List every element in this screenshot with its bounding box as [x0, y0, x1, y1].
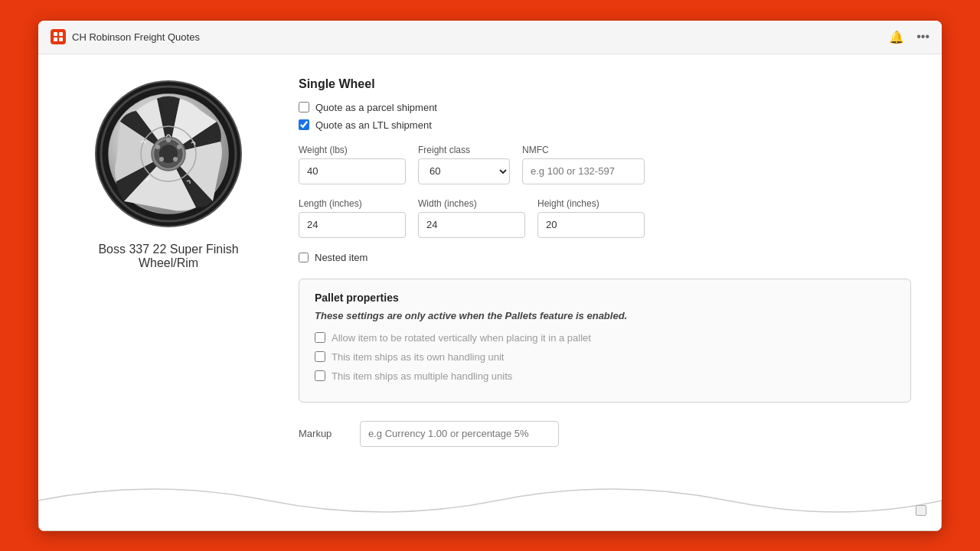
- bottom-scroll-area: [38, 470, 942, 531]
- product-image: [92, 77, 245, 230]
- pallet-option-1: Allow item to be rotated vertically when…: [315, 332, 895, 344]
- pallet-checkbox-3[interactable]: [315, 370, 325, 381]
- nested-label: Nested item: [315, 252, 368, 263]
- product-name: Boss 337 22 Super Finish Wheel/Rim: [69, 243, 268, 270]
- ltl-label: Quote as an LTL shipment: [315, 119, 432, 131]
- parcel-checkbox-row: Quote as a parcel shipment: [299, 102, 911, 113]
- nmfc-label: NMFC: [522, 145, 645, 155]
- svg-point-13: [173, 157, 178, 161]
- weight-input[interactable]: [299, 158, 406, 184]
- pallet-option-label-1: Allow item to be rotated vertically when…: [332, 332, 591, 344]
- freight-class-label: Freight class: [418, 145, 510, 155]
- pallet-subtitle: These settings are only active when the …: [315, 310, 895, 321]
- svg-point-15: [155, 145, 160, 149]
- svg-rect-3: [59, 37, 63, 41]
- nested-row: Nested item: [299, 252, 911, 263]
- browser-title: CH Robinson Freight Quotes: [72, 31, 889, 43]
- browser-toolbar: CH Robinson Freight Quotes 🔔 •••: [38, 21, 942, 54]
- svg-point-12: [177, 145, 181, 149]
- pallet-option-3: This item ships as multiple handling uni…: [315, 370, 895, 382]
- weight-label: Weight (lbs): [299, 145, 406, 155]
- height-label: Height (inches): [537, 198, 645, 209]
- length-label: Length (inches): [299, 198, 406, 209]
- pallet-option-label-2: This item ships as its own handling unit: [332, 351, 504, 363]
- svg-rect-2: [54, 37, 57, 41]
- pallet-title: Pallet properties: [315, 292, 895, 304]
- parcel-label: Quote as a parcel shipment: [315, 102, 437, 113]
- pallet-checkbox-1[interactable]: [315, 332, 325, 343]
- pallet-option-label-3: This item ships as multiple handling uni…: [332, 370, 512, 382]
- width-label: Width (inches): [418, 198, 525, 209]
- browser-icons: 🔔 •••: [889, 30, 929, 44]
- scroll-thumb[interactable]: [916, 505, 926, 516]
- content-area: Boss 337 22 Super Finish Wheel/Rim Singl…: [38, 54, 942, 470]
- nested-checkbox[interactable]: [299, 253, 309, 262]
- pin-icon[interactable]: 🔔: [889, 30, 904, 44]
- freight-class-select[interactable]: 50 55 60 65 70 77.5 85 92.5 100: [418, 158, 510, 184]
- markup-label: Markup: [299, 428, 345, 439]
- more-icon[interactable]: •••: [916, 30, 929, 44]
- right-panel: Single Wheel Quote as a parcel shipment …: [299, 77, 911, 447]
- fields-row-2: Length (inches) Width (inches) Height (i…: [299, 198, 911, 238]
- wave-decoration: [38, 470, 942, 531]
- width-group: Width (inches): [418, 198, 525, 238]
- length-input[interactable]: [299, 212, 406, 238]
- svg-point-11: [166, 138, 171, 142]
- length-group: Length (inches): [299, 198, 406, 238]
- nmfc-input[interactable]: [522, 158, 645, 184]
- svg-point-14: [159, 157, 164, 161]
- app-logo: [51, 29, 66, 44]
- nmfc-group: NMFC: [522, 145, 645, 184]
- width-input[interactable]: [418, 212, 525, 238]
- freight-class-group: Freight class 50 55 60 65 70 77.5 85 92.…: [418, 145, 510, 184]
- product-title: Single Wheel: [299, 77, 911, 91]
- pallet-properties-box: Pallet properties These settings are onl…: [299, 279, 911, 403]
- ltl-checkbox[interactable]: [299, 119, 309, 130]
- pallet-checkbox-2[interactable]: [315, 351, 325, 362]
- height-input[interactable]: [537, 212, 645, 238]
- left-panel: Boss 337 22 Super Finish Wheel/Rim: [69, 77, 268, 447]
- pallet-option-2: This item ships as its own handling unit: [315, 351, 895, 363]
- browser-window: CH Robinson Freight Quotes 🔔 •••: [38, 21, 942, 531]
- weight-group: Weight (lbs): [299, 145, 406, 184]
- markup-row: Markup: [299, 421, 911, 447]
- fields-row-1: Weight (lbs) Freight class 50 55 60 65 7…: [299, 145, 911, 184]
- svg-rect-1: [59, 32, 63, 36]
- markup-input[interactable]: [360, 421, 559, 447]
- svg-rect-0: [54, 32, 57, 36]
- height-group: Height (inches): [537, 198, 645, 238]
- parcel-checkbox[interactable]: [299, 102, 309, 112]
- ltl-checkbox-row: Quote as an LTL shipment: [299, 119, 911, 131]
